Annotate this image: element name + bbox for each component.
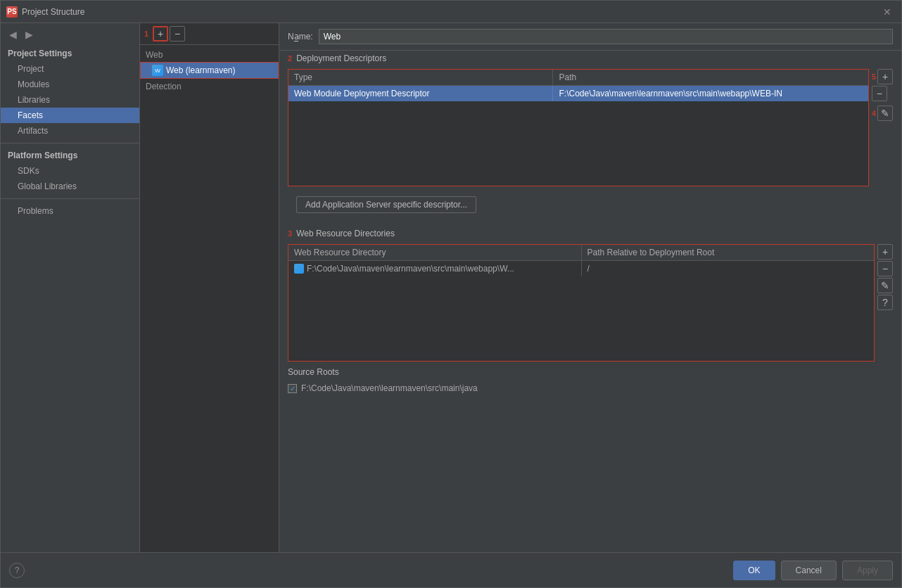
project-structure-dialog: PS Project Structure ✕ ◀ ▶ Project Setti… — [0, 0, 902, 588]
help-wr-button[interactable]: ? — [877, 295, 893, 310]
wr-dir-icon — [294, 264, 304, 274]
deployment-table: Type Path Web Module Deployment Descript… — [288, 69, 869, 186]
badge-1: 1 — [144, 30, 148, 38]
close-icon[interactable]: ✕ — [879, 5, 896, 19]
source-roots-title: Source Roots — [288, 367, 893, 377]
facet-toolbar: 1 + − — [140, 23, 279, 45]
ok-button[interactable]: OK — [733, 561, 775, 580]
web-group-label: Web — [140, 48, 279, 62]
help-button[interactable]: ? — [9, 563, 25, 578]
name-row: Na̲me: — [279, 23, 901, 51]
web-resource-table: Web Resource Directory Path Relative to … — [288, 244, 875, 362]
sidebar-item-libraries[interactable]: Libraries — [1, 92, 139, 108]
web-resource-title: Web Resource Directories — [296, 229, 395, 238]
name-label: Na̲me: — [288, 32, 313, 41]
badge-3: 3 — [288, 229, 292, 238]
platform-settings-label: Platform Settings — [1, 148, 139, 163]
bottom-bar: ? OK Cancel Apply — [1, 552, 901, 587]
edit-wr-button[interactable]: ✎ — [877, 278, 893, 293]
sidebar-divider2 — [1, 198, 139, 199]
main-content: Na̲me: 2 Deployment Descriptors Type Pat… — [279, 23, 901, 552]
detection-label: Detection — [140, 79, 279, 94]
add-facet-button[interactable]: + — [153, 26, 168, 41]
sidebar: ◀ ▶ Project Settings Project Modules Lib… — [1, 23, 140, 552]
add-wr-button[interactable]: + — [877, 244, 893, 260]
back-arrow-icon[interactable]: ◀ — [6, 27, 20, 41]
content-area: ◀ ▶ Project Settings Project Modules Lib… — [1, 23, 901, 552]
table-empty-area — [288, 101, 868, 186]
wr-row[interactable]: F:\Code\Java\maven\learnmaven\src\main\w… — [288, 261, 874, 276]
source-roots-item: ✓ F:\Code\Java\maven\learnmaven\src\main… — [288, 381, 893, 395]
badge-5: 5 — [872, 72, 876, 81]
sidebar-item-facets[interactable]: Facets — [1, 108, 139, 123]
type-col-header: Type — [288, 70, 553, 85]
check-icon: ✓ — [290, 385, 296, 392]
facet-tree: Web W Web (learnmaven) Detection — [140, 45, 279, 552]
wr-path-col-header: Path Relative to Deployment Root — [582, 245, 875, 260]
wr-path-cell: / — [582, 261, 875, 276]
sidebar-item-global-libraries[interactable]: Global Libraries — [1, 179, 139, 194]
web-resource-table-section: Web Resource Directory Path Relative to … — [288, 244, 893, 362]
facet-item-web[interactable]: W Web (learnmaven) — [140, 62, 279, 79]
add-app-server-descriptor-button[interactable]: Add Application Server specific descript… — [296, 196, 476, 213]
wr-dir-col-header: Web Resource Directory — [288, 245, 582, 260]
add-descriptor-wrapper: Add Application Server specific descript… — [279, 189, 901, 220]
source-root-path: F:\Code\Java\maven\learnmaven\src\main\j… — [301, 383, 478, 393]
table-header: Type Path — [288, 70, 868, 86]
remove-wr-button[interactable]: − — [877, 261, 893, 276]
path-col-header: Path — [553, 70, 868, 85]
source-roots-section: Source Roots ✓ F:\Code\Java\maven\learnm… — [279, 367, 901, 395]
app-icon: PS — [6, 6, 18, 18]
titlebar: PS Project Structure ✕ — [1, 1, 901, 23]
table-row[interactable]: Web Module Deployment Descriptor F:\Code… — [288, 86, 868, 101]
badge-4: 4 — [872, 109, 876, 117]
sidebar-item-modules[interactable]: Modules — [1, 77, 139, 92]
sidebar-item-problems[interactable]: Problems — [1, 203, 139, 219]
wr-empty-area — [288, 276, 874, 361]
wr-header: Web Resource Directory Path Relative to … — [288, 245, 874, 261]
deployment-table-section: Type Path Web Module Deployment Descript… — [288, 69, 893, 186]
name-input[interactable] — [319, 29, 893, 44]
path-cell: F:\Code\Java\maven\learnmaven\src\main\w… — [553, 86, 868, 101]
sidebar-divider — [1, 143, 139, 143]
apply-button[interactable]: Apply — [842, 561, 893, 580]
edit-descriptor-button[interactable]: ✎ — [877, 106, 893, 121]
wr-dir-cell: F:\Code\Java\maven\learnmaven\src\main\w… — [288, 261, 582, 276]
main-scroll: 2 Deployment Descriptors Type Path Web M… — [279, 51, 901, 552]
wr-actions: + − ✎ ? — [875, 244, 893, 362]
remove-descriptor-button[interactable]: − — [872, 86, 887, 101]
web-facet-icon: W — [152, 65, 163, 76]
deployment-actions: 5 + − 4 ✎ — [869, 69, 893, 186]
facet-item-label: Web (learnmaven) — [166, 65, 235, 75]
web-resource-header: 3 Web Resource Directories — [279, 226, 901, 241]
add-descriptor-button[interactable]: + — [877, 69, 893, 84]
forward-arrow-icon[interactable]: ▶ — [23, 27, 36, 41]
dialog-title: Project Structure — [22, 7, 879, 17]
sidebar-item-project[interactable]: Project — [1, 61, 139, 77]
badge-2: 2 — [288, 54, 292, 63]
project-settings-label: Project Settings — [1, 46, 139, 61]
type-cell: Web Module Deployment Descriptor — [288, 86, 553, 101]
deployment-descriptors-title: Deployment Descriptors — [296, 53, 386, 63]
remove-facet-button[interactable]: − — [170, 26, 185, 41]
deployment-descriptors-header: 2 Deployment Descriptors — [279, 51, 901, 66]
web-resource-section: 3 Web Resource Directories Web Resource … — [279, 226, 901, 362]
sidebar-item-sdks[interactable]: SDKs — [1, 163, 139, 179]
facet-panel: 1 + − Web W Web (learnmaven) Detection — [140, 23, 279, 552]
cancel-button[interactable]: Cancel — [781, 561, 837, 580]
sidebar-nav: ◀ ▶ — [1, 23, 139, 46]
source-root-checkbox[interactable]: ✓ — [288, 384, 297, 393]
sidebar-item-artifacts[interactable]: Artifacts — [1, 123, 139, 139]
